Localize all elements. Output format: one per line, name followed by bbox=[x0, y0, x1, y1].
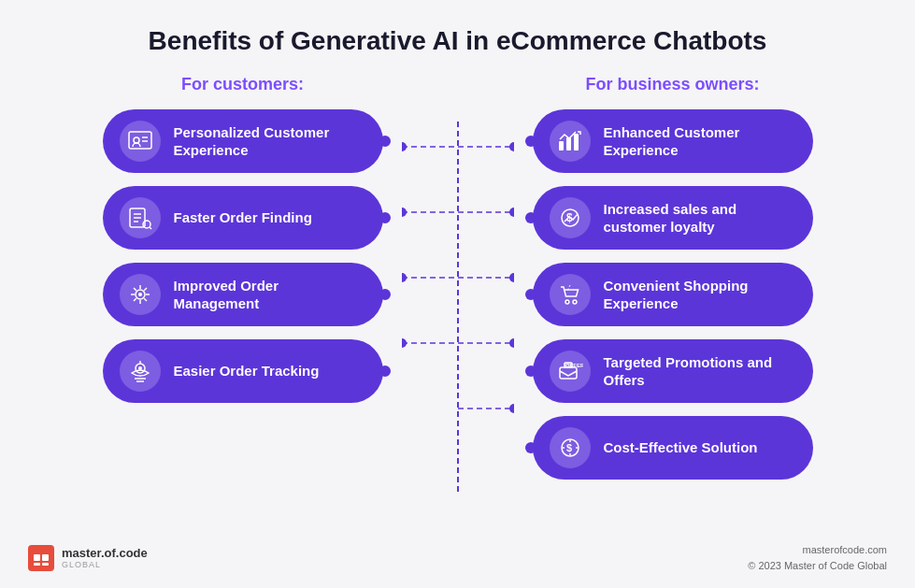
right-item-5: $ Cost-Effective Solution bbox=[533, 416, 813, 480]
center-connector bbox=[402, 122, 514, 495]
left-item-1-label: Personalized Customer Experience bbox=[174, 123, 366, 160]
right-item-5-label: Cost-Effective Solution bbox=[604, 438, 758, 457]
convenient-shopping-icon bbox=[550, 274, 591, 315]
copyright-line1: masterofcode.com bbox=[748, 542, 887, 558]
svg-text:$: $ bbox=[566, 442, 572, 453]
svg-point-8 bbox=[143, 221, 150, 228]
right-item-4: OFFER Targeted Promotions and Offers bbox=[533, 339, 813, 403]
svg-point-24 bbox=[402, 338, 407, 348]
svg-point-41 bbox=[573, 300, 577, 304]
right-item-1-label: Enhanced Customer Experience bbox=[604, 123, 796, 160]
logo: master.of.code GLOBAL bbox=[28, 545, 148, 571]
left-column: For customers: Personalized Customer Exp… bbox=[84, 75, 402, 416]
left-item-1: Personalized Customer Experience bbox=[103, 109, 383, 173]
sales-loyalty-icon: $ bbox=[550, 197, 591, 238]
svg-point-20 bbox=[402, 208, 407, 217]
right-column-heading: For business owners: bbox=[585, 75, 759, 94]
right-item-4-label: Targeted Promotions and Offers bbox=[604, 353, 796, 390]
left-column-heading: For customers: bbox=[181, 75, 304, 94]
right-column: For business owners: Enhanced Customer E… bbox=[514, 75, 832, 493]
svg-point-18 bbox=[402, 142, 407, 151]
footer: master.of.code GLOBAL masterofcode.com ©… bbox=[0, 542, 915, 573]
svg-line-9 bbox=[150, 227, 151, 229]
faster-order-icon bbox=[120, 197, 161, 238]
logo-sub: GLOBAL bbox=[62, 560, 148, 569]
svg-rect-48 bbox=[42, 554, 49, 561]
right-item-3-label: Convenient Shopping Experience bbox=[604, 277, 796, 313]
enhanced-cx-icon bbox=[550, 121, 591, 162]
copyright-line2: © 2023 Master of Code Global bbox=[748, 558, 887, 574]
left-item-3-label: Improved Order Management bbox=[174, 277, 366, 313]
svg-rect-50 bbox=[42, 563, 49, 566]
svg-rect-35 bbox=[559, 141, 564, 151]
svg-point-1 bbox=[134, 137, 139, 143]
order-tracking-icon bbox=[120, 351, 161, 392]
svg-text:OFFER: OFFER bbox=[565, 363, 583, 368]
targeted-promos-icon: OFFER bbox=[550, 351, 591, 392]
left-item-2: Faster Order Finding bbox=[103, 186, 383, 250]
right-item-3: Convenient Shopping Experience bbox=[533, 263, 813, 326]
order-mgmt-icon bbox=[120, 274, 161, 315]
page-title: Benefits of Generative AI in eCommerce C… bbox=[0, 0, 915, 65]
svg-rect-49 bbox=[34, 563, 40, 566]
svg-point-11 bbox=[138, 293, 142, 296]
personalized-icon bbox=[120, 121, 161, 162]
copyright: masterofcode.com © 2023 Master of Code G… bbox=[748, 542, 887, 573]
logo-icon bbox=[28, 545, 54, 571]
svg-point-40 bbox=[565, 300, 569, 304]
svg-rect-37 bbox=[574, 134, 579, 151]
right-item-2: $ Increased sales and customer loyalty bbox=[533, 186, 813, 250]
left-item-4-label: Easier Order Tracking bbox=[174, 362, 320, 380]
cost-effective-icon: $ bbox=[550, 427, 591, 468]
left-item-2-label: Faster Order Finding bbox=[174, 208, 312, 227]
right-item-1: Enhanced Customer Experience bbox=[533, 109, 813, 173]
right-item-2-label: Increased sales and customer loyalty bbox=[604, 200, 796, 237]
left-item-4: Easier Order Tracking bbox=[103, 339, 383, 403]
logo-text: master.of.code bbox=[62, 546, 148, 560]
svg-rect-47 bbox=[34, 554, 40, 561]
svg-rect-36 bbox=[566, 137, 571, 151]
svg-point-22 bbox=[402, 273, 407, 282]
left-item-3: Improved Order Management bbox=[103, 263, 383, 326]
